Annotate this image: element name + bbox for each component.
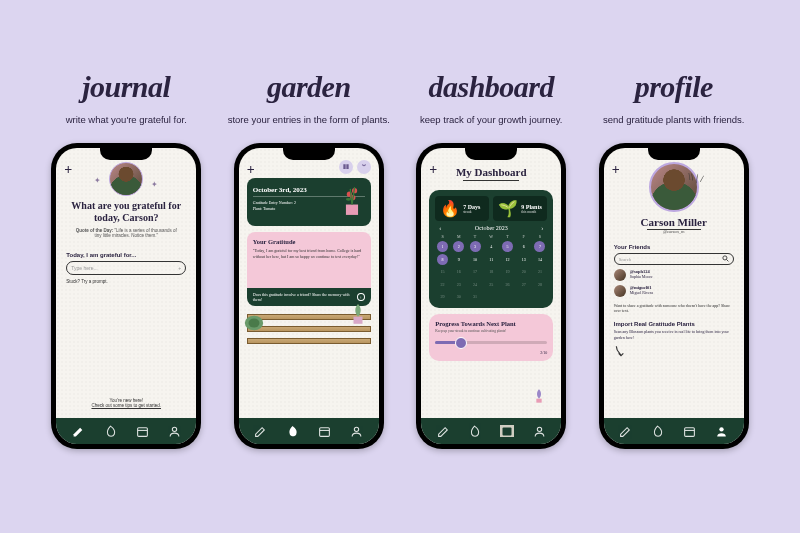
calendar-dayheader: W [484, 234, 499, 239]
phone-profile: + \\ | / Carson Miller @carson_m Your Fr… [599, 143, 749, 449]
import-sub: Scan any Blossom plants you receive in r… [614, 329, 734, 339]
nav-leaf-icon[interactable] [651, 425, 664, 438]
nav-calendar-icon[interactable] [136, 425, 149, 438]
calendar-day[interactable]: 24 [470, 279, 481, 290]
nav-pencil-icon[interactable] [254, 425, 267, 438]
calendar-grid[interactable]: 1234567891011121314151617181920212223242… [435, 241, 547, 302]
svg-point-7 [346, 198, 351, 201]
bottom-nav [56, 418, 196, 444]
add-icon[interactable]: + [247, 162, 255, 178]
nav-leaf-icon[interactable] [286, 425, 299, 438]
svg-rect-11 [320, 427, 330, 436]
friend-search-input[interactable]: Search [614, 253, 734, 265]
calendar-day[interactable]: 22 [437, 279, 448, 290]
section-sub-garden: store your entries in the form of plants… [228, 114, 390, 125]
search-icon [722, 255, 729, 263]
calendar-day[interactable]: 6 [518, 241, 529, 252]
svg-rect-0 [137, 427, 147, 436]
chevron-right-icon[interactable]: › [541, 225, 543, 231]
journal-input[interactable]: Type here... + [66, 261, 186, 275]
chevron-left-icon[interactable]: ‹ [439, 225, 441, 231]
calendar-day[interactable]: 19 [502, 266, 513, 277]
svg-rect-8 [353, 317, 362, 324]
bottom-nav [239, 418, 379, 444]
nav-calendar-icon[interactable] [318, 425, 331, 438]
plant-stat-icon: 🌱 [498, 199, 518, 218]
nav-calendar-icon[interactable] [683, 425, 696, 438]
journal-footer[interactable]: You're new here! Check out some tips to … [56, 398, 196, 408]
gratitude-body: "Today, I am grateful for my best friend… [253, 248, 365, 259]
calendar-dayheader: M [451, 234, 466, 239]
calendar-day[interactable] [518, 291, 529, 302]
nav-pencil-icon[interactable] [72, 425, 85, 438]
calendar-day[interactable]: 12 [502, 254, 513, 265]
profile-name: Carson Miller [604, 216, 744, 228]
calendar-day[interactable]: 25 [486, 279, 497, 290]
calendar-day[interactable]: 23 [453, 279, 464, 290]
calendar-day[interactable]: 9 [453, 254, 464, 265]
book-icon[interactable] [339, 160, 353, 174]
garden-entry-card[interactable]: October 3rd, 2023 Gratitude Entry Number… [247, 178, 371, 226]
nav-calendar-icon[interactable] [500, 425, 514, 437]
calendar-header: SMTWTFS [435, 234, 547, 239]
calendar-day[interactable] [502, 291, 513, 302]
progress-count: 2/10 [435, 350, 547, 355]
rays-icon: \\ | / [688, 171, 705, 184]
avatar[interactable] [649, 162, 699, 212]
nav-person-icon[interactable] [168, 425, 181, 438]
sprout-icon[interactable] [357, 160, 371, 174]
calendar-day[interactable]: 13 [518, 254, 529, 265]
avatar[interactable] [109, 162, 143, 196]
nav-person-icon[interactable] [715, 425, 728, 438]
calendar-day[interactable]: 21 [534, 266, 545, 277]
calendar-day[interactable]: 27 [518, 279, 529, 290]
calendar-day[interactable]: 29 [437, 291, 448, 302]
nav-leaf-icon[interactable] [468, 425, 481, 438]
section-title-profile: profile [635, 70, 713, 104]
friend-row[interactable]: @soph124Sophia Moore [614, 269, 734, 281]
calendar-day[interactable]: 10 [470, 254, 481, 265]
dashboard-title: My Dashboard [421, 166, 561, 178]
gratitude-heading: Your Gratitude [253, 238, 365, 245]
friend-row[interactable]: @miguel01Miguel Rivera [614, 285, 734, 297]
calendar-day[interactable]: 2 [453, 241, 464, 252]
calendar-day[interactable]: 31 [470, 291, 481, 302]
friends-heading: Your Friends [614, 244, 734, 250]
nav-pencil-icon[interactable] [437, 425, 450, 438]
calendar-day[interactable]: 16 [453, 266, 464, 277]
calendar-day[interactable] [534, 291, 545, 302]
progress-card: Progress Towards Next Plant Keep up your… [429, 314, 553, 361]
calendar-day[interactable]: 1 [437, 241, 448, 252]
journal-quote: Quote of the Day: "Life is a series of t… [56, 224, 196, 238]
svg-rect-14 [537, 399, 542, 403]
calendar-day[interactable]: 20 [518, 266, 529, 277]
dashboard-panel: 🔥 7 Daysstreak 🌱 9 Plantsthis month ‹ [429, 190, 553, 308]
calendar-day[interactable]: 18 [486, 266, 497, 277]
svg-line-18 [726, 259, 728, 261]
nav-person-icon[interactable] [350, 425, 363, 438]
friend-avatar [614, 285, 626, 297]
calendar-day[interactable]: 28 [534, 279, 545, 290]
share-add-icon[interactable]: + [357, 293, 365, 301]
nav-person-icon[interactable] [533, 425, 546, 438]
journal-hint[interactable]: Stuck? Try a prompt. [66, 279, 186, 284]
calendar-day[interactable]: 30 [453, 291, 464, 302]
calendar-day[interactable]: 17 [470, 266, 481, 277]
calendar-day[interactable]: 11 [486, 254, 497, 265]
calendar-day[interactable]: 3 [470, 241, 481, 252]
calendar-day[interactable]: 14 [534, 254, 545, 265]
nav-leaf-icon[interactable] [104, 425, 117, 438]
bottom-nav [421, 418, 561, 444]
calendar-day[interactable]: 7 [534, 241, 545, 252]
nav-pencil-icon[interactable] [619, 425, 632, 438]
calendar-day[interactable]: 8 [437, 254, 448, 265]
calendar-day[interactable] [486, 291, 497, 302]
calendar-day[interactable]: 26 [502, 279, 513, 290]
submit-icon[interactable]: + [178, 265, 181, 271]
section-sub-profile: send gratitude plants with friends. [603, 114, 745, 125]
share-note[interactable]: Want to share a gratitude with someone w… [614, 303, 734, 313]
calendar-day[interactable]: 5 [502, 241, 513, 252]
calendar-dayheader: F [516, 234, 531, 239]
calendar-day[interactable]: 15 [437, 266, 448, 277]
calendar-day[interactable]: 4 [486, 241, 497, 252]
